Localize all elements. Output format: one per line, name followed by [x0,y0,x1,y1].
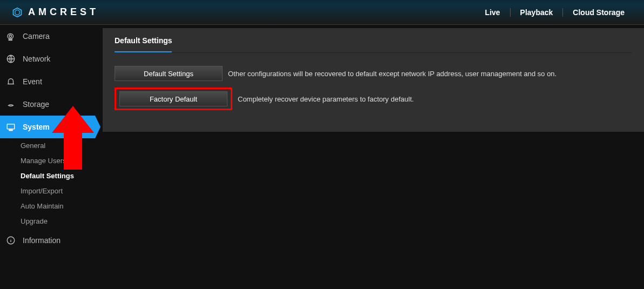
camera-icon [5,31,16,42]
body: Camera Network Event [0,25,644,289]
sidebar-item-event[interactable]: Event [0,70,95,93]
event-icon [5,76,16,87]
nav-cloud-storage[interactable]: Cloud Storage [562,8,634,17]
content: Default Settings Default Settings Other … [95,25,644,289]
submenu-upgrade[interactable]: Upgrade [21,214,95,229]
nav-links: Live Playback Cloud Storage [475,8,634,17]
sidebar-label: Information [23,236,61,245]
default-settings-description: Other configurations will be recovered t… [228,70,556,78]
factory-default-button[interactable]: Factory Default [119,91,227,106]
row-default-settings: Default Settings Other configurations wi… [115,66,632,81]
sidebar-label: Event [23,77,42,86]
factory-default-highlight: Factory Default [115,88,232,110]
svg-marker-0 [14,8,22,17]
sidebar-label: Network [23,55,50,63]
svg-point-3 [9,35,12,38]
svg-rect-7 [9,130,12,131]
arrow-callout-icon [52,106,94,172]
logo: AMCREST [12,6,99,18]
form-area: Default Settings Other configurations wi… [115,53,632,110]
factory-default-description: Completely recover device parameters to … [238,95,414,103]
settings-panel: Default Settings Default Settings Other … [103,28,644,132]
svg-rect-6 [7,124,15,129]
sidebar-item-camera[interactable]: Camera [0,25,95,48]
svg-rect-2 [8,34,14,39]
sidebar-label: Camera [23,32,50,41]
svg-marker-1 [15,10,19,15]
row-factory-default: Factory Default Completely recover devic… [115,88,632,110]
logo-icon [12,7,23,18]
nav-playback[interactable]: Playback [510,8,563,17]
panel-title: Default Settings [115,36,172,51]
header: AMCREST Live Playback Cloud Storage [0,0,644,25]
svg-marker-11 [52,106,94,170]
sidebar-label: Storage [23,100,49,109]
information-icon [5,235,16,246]
system-icon [5,122,16,132]
sidebar-item-information[interactable]: Information [0,229,95,252]
network-icon [5,53,16,64]
sidebar-item-network[interactable]: Network [0,48,95,70]
storage-icon [5,99,16,110]
submenu-auto-maintain[interactable]: Auto Maintain [21,199,95,214]
brand-text: AMCREST [28,6,99,18]
default-settings-button[interactable]: Default Settings [115,66,223,81]
nav-live[interactable]: Live [475,8,510,17]
svg-rect-4 [9,39,12,41]
submenu-import-export[interactable]: Import/Export [21,184,95,199]
sidebar-label: System [23,123,50,131]
